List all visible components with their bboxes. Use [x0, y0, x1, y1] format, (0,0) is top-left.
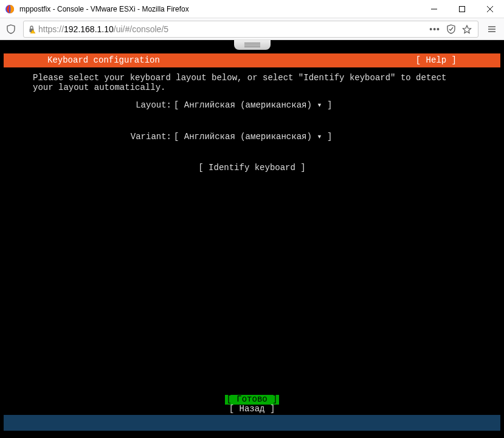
url-bar: https://192.168.1.10/ui/#/console/5 •••	[0, 18, 504, 40]
minimize-button[interactable]	[420, 0, 448, 18]
firefox-icon	[5, 4, 15, 14]
console-viewport: Keyboard configuration [ Help ] Please s…	[0, 40, 504, 438]
url-text: https://192.168.1.10/ui/#/console/5	[38, 24, 168, 34]
console-pull-tab[interactable]	[234, 40, 271, 50]
variant-label: Variant:	[4, 132, 174, 142]
lock-warning-icon	[27, 25, 36, 33]
console-terminal[interactable]: Keyboard configuration [ Help ] Please s…	[4, 50, 500, 431]
layout-label: Layout:	[4, 101, 174, 110]
window-titlebar: mppostfix - Console - VMware ESXi - Mozi…	[0, 0, 504, 18]
installer-header: Keyboard configuration [ Help ]	[4, 53, 500, 67]
page-actions: •••	[427, 22, 474, 36]
app-menu-button[interactable]	[482, 24, 502, 34]
bookmark-icon[interactable]	[460, 22, 474, 36]
window-controls	[420, 0, 504, 18]
identify-keyboard-button[interactable]: [ Identify keyboard ]	[4, 163, 500, 173]
window-title: mppostfix - Console - VMware ESXi - Mozi…	[19, 5, 420, 13]
svg-rect-2	[460, 6, 465, 12]
variant-select[interactable]: [ Английская (американская) ▾ ]	[174, 132, 381, 142]
installer-header-title: Keyboard configuration	[4, 56, 416, 65]
close-button[interactable]	[476, 0, 504, 18]
layout-select[interactable]: [ Английская (американская) ▾ ]	[174, 101, 381, 110]
footer-buttons: [ Готово ] [ Назад ]	[4, 395, 500, 414]
help-button[interactable]: [ Help ]	[416, 56, 500, 65]
address-bar[interactable]: https://192.168.1.10/ui/#/console/5 •••	[23, 21, 478, 38]
instructions-text: Please select your keyboard layout below…	[4, 67, 500, 92]
reader-mode-icon[interactable]	[444, 22, 458, 36]
back-button[interactable]: [ Назад ]	[229, 404, 275, 414]
vmware-status-bar	[4, 415, 500, 431]
tracking-protection-icon[interactable]	[2, 24, 19, 34]
done-button[interactable]: [ Готово ]	[225, 395, 278, 404]
maximize-button[interactable]	[448, 0, 476, 18]
page-actions-icon[interactable]: •••	[427, 22, 443, 36]
